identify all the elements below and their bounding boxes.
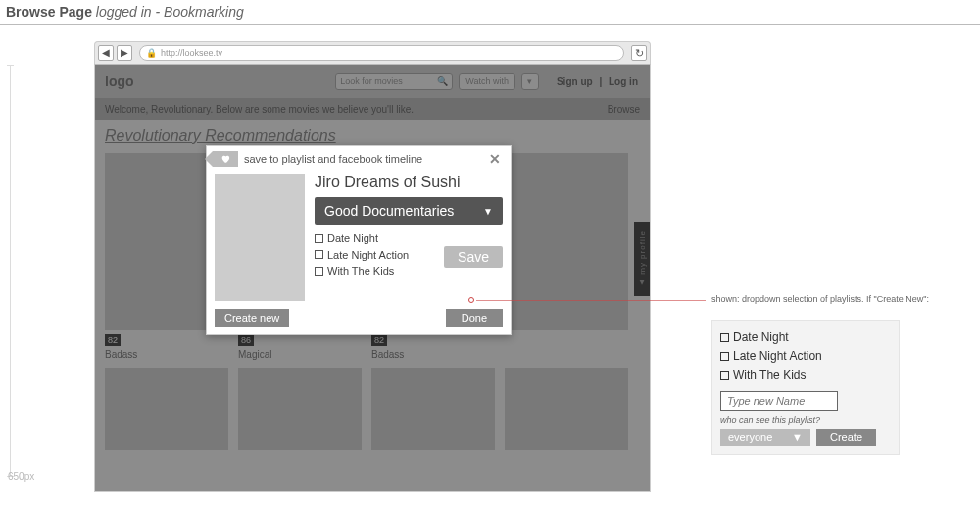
save-modal: save to playlist and facebook timeline ✕… <box>206 145 512 335</box>
callout-line <box>476 300 706 301</box>
checkbox-icon <box>315 250 323 259</box>
checkbox-icon <box>315 267 323 276</box>
url-bar[interactable]: 🔒 http://looksee.tv <box>139 45 624 61</box>
modal-body: Jiro Dreams of Sushi Good Documentaries … <box>207 172 511 309</box>
height-ruler <box>10 65 11 477</box>
close-button[interactable]: ✕ <box>485 151 505 167</box>
checkbox-icon <box>720 333 729 342</box>
save-button[interactable]: Save <box>444 246 503 268</box>
callout-text: shown: dropdown selection of playlists. … <box>711 294 929 304</box>
checkbox-icon <box>720 352 729 361</box>
new-playlist-name-input[interactable] <box>720 391 838 411</box>
chevron-down-icon: ▼ <box>792 432 803 443</box>
visibility-question: who can see this playlist? <box>720 415 891 425</box>
page-label: Browse Page logged in - Bookmarking <box>6 4 244 20</box>
divider <box>0 24 980 25</box>
page-title-rest: logged in - Bookmarking <box>96 4 244 20</box>
sp-options: Date Night Late Night Action With The Ki… <box>720 329 891 385</box>
checkbox-icon <box>720 371 729 380</box>
checkbox-icon <box>315 234 323 243</box>
page-title-bold: Browse Page <box>6 4 92 20</box>
lock-icon: 🔒 <box>146 48 157 58</box>
chevron-down-icon: ▼ <box>483 206 493 217</box>
done-button[interactable]: Done <box>446 309 503 327</box>
dropdown-label: Good Documentaries <box>324 203 454 219</box>
modal-thumb <box>215 174 305 301</box>
forward-button[interactable]: ▶ <box>117 45 132 61</box>
callout-marker <box>468 297 474 303</box>
create-button[interactable]: Create <box>816 429 876 446</box>
sp-option[interactable]: Date Night <box>720 329 891 347</box>
reload-button[interactable]: ↻ <box>631 45 647 61</box>
sp-option[interactable]: Late Night Action <box>720 347 891 366</box>
modal-header: save to playlist and facebook timeline ✕ <box>207 146 511 172</box>
sp-actions: everyone ▼ Create <box>720 429 891 446</box>
sp-option[interactable]: With The Kids <box>720 366 891 384</box>
back-button[interactable]: ◀ <box>98 45 114 61</box>
modal-footer: Create new Done <box>207 309 511 334</box>
create-new-button[interactable]: Create new <box>215 309 289 327</box>
modal-head-text: save to playlist and facebook timeline <box>244 153 479 165</box>
playlist-dropdown[interactable]: Good Documentaries ▼ <box>315 197 503 225</box>
create-new-panel: Date Night Late Night Action With The Ki… <box>711 320 900 455</box>
browser-toolbar: ◀ ▶ 🔒 http://looksee.tv ↻ <box>94 41 651 65</box>
modal-movie-title: Jiro Dreams of Sushi <box>315 174 503 191</box>
playlist-option[interactable]: Date Night <box>315 230 503 247</box>
visibility-select[interactable]: everyone ▼ <box>720 429 810 446</box>
modal-right: Jiro Dreams of Sushi Good Documentaries … <box>315 174 503 301</box>
url-text: http://looksee.tv <box>161 48 222 58</box>
height-label: 650px <box>8 471 34 482</box>
heart-icon <box>213 151 238 167</box>
